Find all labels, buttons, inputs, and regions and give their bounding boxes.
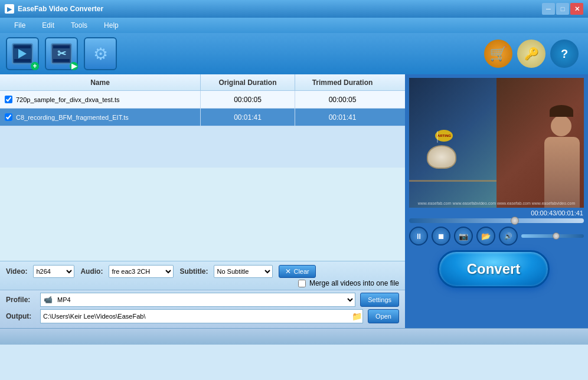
stop-button[interactable]: ⏹ — [432, 227, 450, 245]
preview-split: ARTING — [409, 78, 584, 208]
time-display: 00:00:43/00:01:41 — [531, 209, 583, 217]
clear-label: Clear — [293, 268, 309, 275]
preview-left-scene: ARTING — [409, 78, 496, 208]
toolbar-right-icons: 🛒 🔑 ? — [484, 40, 579, 68]
output-row: Output: 📁 Open — [6, 309, 399, 323]
table-header: Name Original Duration Trimmed Duration — [0, 74, 405, 91]
main-content: Name Original Duration Trimmed Duration … — [0, 74, 588, 328]
profile-area: Profile: 📹 MP4 Settings Output: 📁 Open — [0, 290, 405, 328]
row1-checkbox[interactable] — [5, 96, 12, 103]
output-path-input[interactable] — [40, 309, 363, 323]
watermark: www.easefab.com www.easefabvideo.com www… — [411, 201, 582, 205]
settings-button-profile[interactable]: Settings — [360, 293, 399, 307]
edit-video-button[interactable]: ✂ ▶ — [45, 37, 78, 70]
seek-bar[interactable] — [409, 218, 584, 223]
help-icon[interactable]: ? — [550, 40, 579, 68]
row2-filename: C8_recording_BFM_fragmented_EIT.ts — [16, 114, 129, 121]
folder-icon[interactable]: 📁 — [352, 312, 362, 321]
row2-checkbox[interactable] — [5, 113, 12, 121]
volume-button[interactable]: 🔊 — [499, 227, 518, 245]
output-label: Output: — [6, 312, 35, 320]
table-surface — [409, 180, 496, 182]
maximize-button[interactable]: □ — [556, 3, 569, 15]
playback-controls: ⏸ ⏹ 📷 📂 🔊 — [409, 227, 584, 245]
open-file-button[interactable]: 📂 — [476, 227, 495, 245]
profile-select[interactable]: MP4 — [40, 293, 355, 307]
convert-button-wrapper: Convert — [437, 250, 556, 288]
seek-thumb[interactable] — [511, 217, 519, 225]
volume-thumb[interactable] — [553, 232, 560, 240]
title-bar: ▶ EaseFab Video Converter ─ □ ✕ — [0, 0, 588, 18]
table-row[interactable]: C8_recording_BFM_fragmented_EIT.ts 00:01… — [0, 109, 405, 126]
subtitle-label: Subtitle: — [179, 267, 208, 276]
menu-help[interactable]: Help — [96, 19, 127, 32]
profile-label: Profile: — [6, 296, 35, 304]
cup-element — [427, 145, 456, 169]
audio-select[interactable]: fre eac3 2CH — [109, 265, 174, 278]
row1-filename: 720p_sample_for_divx_dxva_test.ts — [16, 96, 120, 103]
person-head — [551, 116, 571, 136]
table-empty-space — [0, 168, 405, 261]
edit-badge: ▶ — [70, 62, 78, 70]
app-icon: ▶ — [5, 4, 14, 14]
menu-file[interactable]: File — [6, 19, 34, 32]
person-hair — [550, 105, 573, 117]
merge-row: Merge all videos into one file — [6, 279, 399, 287]
snapshot-button[interactable]: 📷 — [454, 227, 473, 245]
plus-icon: + — [31, 62, 39, 70]
preview-right-scene — [496, 78, 584, 208]
video-select[interactable]: h264 — [33, 265, 74, 278]
pause-button[interactable]: ⏸ — [409, 227, 428, 245]
file-table: Name Original Duration Trimmed Duration … — [0, 74, 405, 168]
seek-bar-wrapper — [409, 218, 584, 223]
person-element — [544, 137, 580, 208]
row2-original-dur: 00:01:41 — [201, 109, 295, 126]
row1-original-dur: 00:00:05 — [201, 91, 295, 108]
menu-bar: File Edit Tools Help — [0, 18, 588, 33]
media-controls-row: Video: h264 Audio: fre eac3 2CH Subtitle… — [6, 265, 399, 278]
table-body: 720p_sample_for_divx_dxva_test.ts 00:00:… — [0, 91, 405, 126]
col-name: Name — [0, 74, 201, 90]
file-area: Name Original Duration Trimmed Duration … — [0, 74, 405, 328]
settings-button[interactable]: ⚙ — [84, 37, 117, 70]
mp4-icon: 📹 — [44, 296, 53, 304]
close-button[interactable]: ✕ — [570, 3, 583, 15]
menu-tools[interactable]: Tools — [63, 19, 96, 32]
add-video-button[interactable]: + — [6, 37, 39, 70]
toolbar: + ✂ ▶ ⚙ 🛒 🔑 ? — [0, 33, 588, 74]
menu-edit[interactable]: Edit — [34, 19, 63, 32]
merge-checkbox[interactable] — [298, 280, 306, 287]
convert-button[interactable]: Convert — [437, 250, 550, 288]
col-original-duration: Original Duration — [201, 74, 295, 90]
key-icon[interactable]: 🔑 — [517, 40, 545, 68]
status-bar — [0, 328, 588, 345]
profile-row: Profile: 📹 MP4 Settings — [6, 293, 399, 307]
table-row[interactable]: 720p_sample_for_divx_dxva_test.ts 00:00:… — [0, 91, 405, 109]
merge-label: Merge all videos into one file — [309, 279, 399, 287]
video-label: Video: — [6, 267, 27, 276]
shop-icon[interactable]: 🛒 — [484, 40, 512, 68]
clear-x-icon: ✕ — [285, 267, 291, 276]
row1-name-cell: 720p_sample_for_divx_dxva_test.ts — [0, 91, 201, 108]
window-controls: ─ □ ✕ — [542, 3, 583, 15]
subtitle-select[interactable]: No Subtitle — [214, 265, 273, 278]
col-trimmed-duration: Trimmed Duration — [295, 74, 390, 90]
minimize-button[interactable]: ─ — [542, 3, 555, 15]
preview-area: ARTING www.easefab.com www.easefabvideo.… — [405, 74, 588, 328]
open-output-button[interactable]: Open — [368, 309, 399, 323]
play-icon — [18, 49, 27, 58]
volume-bar[interactable] — [521, 234, 584, 238]
bottom-controls: Video: h264 Audio: fre eac3 2CH Subtitle… — [0, 261, 405, 290]
video-preview: ARTING www.easefab.com www.easefabvideo.… — [409, 78, 584, 208]
clear-button[interactable]: ✕ Clear — [279, 265, 315, 278]
row2-name-cell: C8_recording_BFM_fragmented_EIT.ts — [0, 109, 201, 126]
audio-label: Audio: — [80, 267, 103, 276]
row2-trimmed-dur: 00:01:41 — [295, 109, 390, 126]
window-title: EaseFab Video Converter — [18, 5, 542, 13]
row1-trimmed-dur: 00:00:05 — [295, 91, 390, 108]
